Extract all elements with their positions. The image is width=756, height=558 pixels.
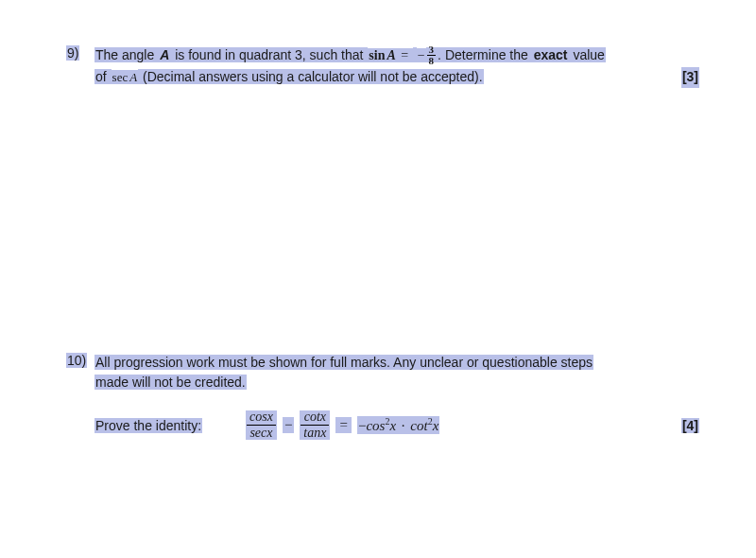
q10-f1-num: cosx <box>247 410 276 426</box>
q9-A2: A <box>386 48 396 62</box>
q9-number: 9) <box>66 45 87 61</box>
q9-frac-wrap: 38 <box>426 47 438 62</box>
q10-marks: [4] <box>681 418 699 433</box>
q10-number-text: 10) <box>66 353 87 368</box>
question-9: 9) The angle A is found in quadrant 3, s… <box>66 45 699 88</box>
q9-angle-A: A <box>159 47 170 62</box>
q10-prove-label: Prove the identity: <box>94 418 202 433</box>
q9-line2: of secA (Decimal answers using a calcula… <box>94 67 699 88</box>
q9-fraction: 38 <box>427 44 437 66</box>
q9-text-a: The angle <box>94 47 159 62</box>
q9-eq: = <box>397 48 413 62</box>
q10-equation: cosx secx − cotx tanx = <box>246 410 439 440</box>
page: 9) The angle A is found in quadrant 3, s… <box>0 0 756 480</box>
q10-eq: = <box>335 417 351 433</box>
q10-l2-text: made will not be credited. <box>94 375 247 390</box>
q9-l2-a: of <box>94 69 112 84</box>
q10-lhs-frac1-wrap: cosx secx <box>246 410 277 440</box>
q9-text-c: is found in quadrant 3, such that <box>170 47 368 62</box>
q9-l2-b: (Decimal answers using a calculator will… <box>138 69 483 84</box>
question-10: 10) All progression work must be shown f… <box>66 353 699 440</box>
q10-header: 10) All progression work must be shown f… <box>66 353 699 440</box>
q9-body: The angle A is found in quadrant 3, such… <box>94 45 699 88</box>
q10-minus: − <box>283 417 294 433</box>
q9-frac-den: 8 <box>427 56 437 66</box>
q10-f2-den: tanx <box>301 426 329 440</box>
q10-rhs-x1: x <box>389 418 396 433</box>
q9-sec: sec <box>112 70 129 84</box>
q10-l1-text: All progression work must be shown for f… <box>94 355 593 370</box>
q10-line2: made will not be credited. <box>94 373 699 393</box>
q10-lhs-frac1: cosx secx <box>247 410 276 440</box>
q9-l2-A: A <box>129 70 138 84</box>
q9-text-d: . Determine the <box>437 47 533 62</box>
q10-rhs-x2: x <box>433 418 439 433</box>
q10-f2-num: cotx <box>301 410 329 426</box>
q9-header: 9) The angle A is found in quadrant 3, s… <box>66 45 699 88</box>
q10-rhs-dot: · <box>400 418 407 433</box>
q10-line1: All progression work must be shown for f… <box>94 353 699 374</box>
q10-rhs-cot: cot <box>410 418 427 433</box>
q10-rhs: −cos2x · cot2x <box>357 416 439 434</box>
q10-body: All progression work must be shown for f… <box>94 353 699 440</box>
q10-lhs-frac2-wrap: cotx tanx <box>300 410 330 440</box>
q9-neg: − <box>417 48 426 62</box>
q9-number-text: 9) <box>66 45 79 61</box>
q10-rhs-cos: cos <box>366 418 385 433</box>
q9-text-e: value <box>569 47 606 62</box>
q9-line1: The angle A is found in quadrant 3, such… <box>94 45 699 67</box>
q9-sin: sin <box>368 48 386 62</box>
q10-f1-den: secx <box>247 426 276 440</box>
q9-marks: [3] <box>681 67 699 88</box>
q9-exact: exact <box>533 47 569 62</box>
q10-lhs-frac2: cotx tanx <box>301 410 329 440</box>
q10-prove-label-wrap: Prove the identity: <box>94 418 246 433</box>
q10-identity-row: Prove the identity: cosx secx − co <box>94 410 699 440</box>
q10-number: 10) <box>66 353 87 368</box>
